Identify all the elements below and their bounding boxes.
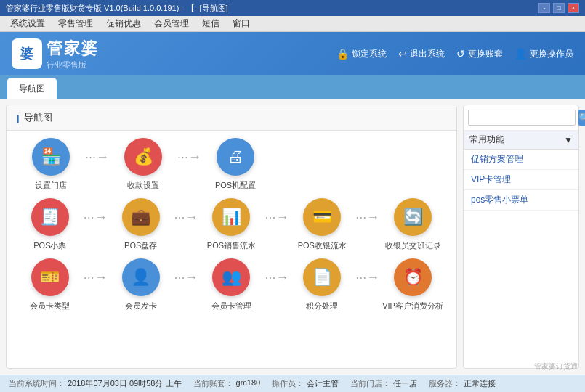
- menu-system[interactable]: 系统设置: [4, 16, 51, 31]
- maximize-button[interactable]: □: [553, 3, 565, 13]
- switch-account-label: 更换账套: [468, 48, 503, 60]
- issue-card-label: 会员发卡: [125, 301, 157, 311]
- lock-icon: 🔒: [336, 48, 349, 60]
- pos-inventory-icon-btn[interactable]: 💼: [122, 198, 160, 236]
- sidebar-item-pos-receipt[interactable]: pos零售小票单: [464, 190, 578, 211]
- nav-row-1: 🏪 设置门店 ···→ 💰 收款设置 ···→ 🖨 POS机配置: [18, 138, 445, 191]
- status-store: 当前门店： 任一店: [350, 378, 417, 389]
- shift-icon-btn[interactable]: 🔄: [394, 198, 432, 236]
- store-icon-btn[interactable]: 🏪: [32, 138, 70, 176]
- pos-cashier-icon-btn[interactable]: 💳: [303, 198, 341, 236]
- arrow-1: ···→: [85, 150, 109, 179]
- operator-value: 会计主管: [307, 378, 339, 389]
- search-input[interactable]: [468, 110, 576, 126]
- titlebar: 管家婆行业零售版财货专版 V1.0(Build 1.0.0.191)-- 【- …: [0, 0, 585, 16]
- account-label: 当前账套：: [193, 378, 233, 389]
- switch-user-button[interactable]: 👤 更换操作员: [515, 48, 573, 60]
- sidebar-header-label: 常用功能: [469, 134, 504, 146]
- nav-row-2: 🧾 POS小票 ···→ 💼 POS盘存 ···→ 📊 POS销售流水 ···→…: [18, 198, 445, 251]
- header-actions: 🔒 锁定系统 ↩ 退出系统 ↺ 更换账套 👤 更换操作员: [336, 48, 573, 60]
- logout-button[interactable]: ↩ 退出系统: [398, 48, 445, 60]
- watermark: 管家婆订货通: [534, 362, 578, 372]
- tab-nav-label: 导航图: [19, 83, 45, 95]
- nav-item-payment: 💰 收款设置: [110, 138, 176, 191]
- issue-card-icon-btn[interactable]: 👤: [122, 258, 160, 296]
- payment-label: 收款设置: [127, 180, 159, 191]
- nav-grid: 🏪 设置门店 ···→ 💰 收款设置 ···→ 🖨 POS机配置 🧾: [7, 131, 456, 326]
- pos-receipt-icon-btn[interactable]: 🧾: [31, 198, 69, 236]
- server-value: 正常连接: [464, 378, 496, 389]
- menu-member[interactable]: 会员管理: [148, 16, 195, 31]
- content-title-text: 导航图: [24, 111, 52, 124]
- nav-item-pos-cashier: 💳 POS收银流水: [290, 198, 354, 251]
- points-icon-btn[interactable]: 📄: [303, 258, 341, 296]
- pos-inventory-label: POS盘存: [124, 240, 157, 251]
- sidebar-dropdown-icon[interactable]: ▼: [564, 135, 573, 145]
- nav-item-shift: 🔄 收银员交班记录: [381, 198, 445, 251]
- sidebar: 🔍 ⚙ 常用功能 ▼ 促销方案管理 VIP卡管理 pos零售小票单: [463, 105, 579, 369]
- logo-text-area: 管家婆 行业零售版: [47, 38, 99, 70]
- member-type-label: 会员卡类型: [30, 301, 70, 311]
- lock-system-button[interactable]: 🔒 锁定系统: [336, 48, 387, 60]
- menu-window[interactable]: 窗口: [227, 16, 256, 31]
- pos-sales-label: POS销售流水: [207, 240, 256, 251]
- time-label: 当前系统时间：: [9, 378, 65, 389]
- logo-sub: 行业零售版: [47, 60, 99, 70]
- vip-analysis-icon-btn[interactable]: ⏰: [394, 258, 432, 296]
- menu-retail[interactable]: 零售管理: [52, 16, 99, 31]
- account-value: gm180: [236, 378, 261, 389]
- arrow-10: ···→: [355, 270, 379, 300]
- lock-label: 锁定系统: [352, 48, 387, 60]
- menu-sms[interactable]: 短信: [196, 16, 225, 31]
- store-label: 设置门店: [35, 180, 67, 191]
- header: 婆 管家婆 行业零售版 🔒 锁定系统 ↩ 退出系统 ↺ 更换账套 👤 更换操作员: [0, 32, 585, 75]
- sidebar-item-vip[interactable]: VIP卡管理: [464, 170, 578, 190]
- content-panel: 导航图 🏪 设置门店 ···→ 💰 收款设置 ···→ 🖨 POS机配置: [6, 105, 457, 369]
- arrow-2: ···→: [177, 150, 201, 179]
- nav-item-pos-config: 🖨 POS机配置: [203, 138, 268, 191]
- nav-item-member-type: 🎫 会员卡类型: [18, 258, 82, 311]
- store-label: 当前门店：: [350, 378, 390, 389]
- nav-row-3: 🎫 会员卡类型 ···→ 👤 会员发卡 ···→ 👥 会员卡管理 ···→ 📄 …: [18, 258, 445, 311]
- arrow-8: ···→: [174, 270, 198, 300]
- status-time: 当前系统时间： 2018年07月03日 09时58分 上午: [9, 378, 182, 389]
- store-value: 任一店: [393, 378, 417, 389]
- nav-item-member-mgmt: 👥 会员卡管理: [200, 258, 264, 311]
- pos-sales-icon-btn[interactable]: 📊: [212, 198, 250, 236]
- logo-main: 管家婆: [47, 38, 99, 60]
- logo-area: 婆 管家婆 行业零售版: [12, 38, 99, 70]
- logout-label: 退出系统: [410, 48, 445, 60]
- time-value: 2018年07月03日 09时58分 上午: [68, 378, 182, 389]
- minimize-button[interactable]: -: [538, 3, 550, 13]
- switch-account-button[interactable]: ↺ 更换账套: [456, 48, 503, 60]
- nav-item-store: 🏪 设置门店: [18, 138, 84, 191]
- member-mgmt-icon-btn[interactable]: 👥: [212, 258, 250, 296]
- arrow-5: ···→: [265, 210, 289, 240]
- pos-receipt-label: POS小票: [33, 240, 66, 251]
- server-label: 服务器：: [429, 378, 461, 389]
- switch-user-icon: 👤: [515, 48, 527, 60]
- tabbar: 导航图: [0, 75, 585, 99]
- close-button[interactable]: ×: [568, 3, 579, 13]
- menu-promo[interactable]: 促销优惠: [100, 16, 147, 31]
- status-account: 当前账套： gm180: [193, 378, 261, 389]
- search-button[interactable]: 🔍: [578, 110, 585, 126]
- arrow-3: ···→: [84, 210, 108, 240]
- tab-nav[interactable]: 导航图: [7, 78, 57, 99]
- pos-config-icon-btn[interactable]: 🖨: [217, 138, 254, 176]
- content-title: 导航图: [7, 105, 456, 131]
- payment-icon-btn[interactable]: 💰: [124, 138, 162, 176]
- switch-account-icon: ↺: [456, 48, 465, 60]
- arrow-4: ···→: [174, 210, 198, 240]
- switch-user-label: 更换操作员: [530, 48, 573, 60]
- arrow-7: ···→: [84, 270, 108, 300]
- operator-label: 操作员：: [272, 378, 304, 389]
- sidebar-item-promo[interactable]: 促销方案管理: [464, 150, 578, 170]
- nav-item-pos-receipt: 🧾 POS小票: [18, 198, 82, 251]
- shift-label: 收银员交班记录: [385, 240, 441, 251]
- vip-analysis-label: VIP客户消费分析: [382, 301, 443, 311]
- arrow-9: ···→: [265, 270, 289, 300]
- member-type-icon-btn[interactable]: 🎫: [31, 258, 69, 296]
- points-label: 积分处理: [306, 301, 338, 311]
- sidebar-header: 常用功能 ▼: [464, 131, 578, 150]
